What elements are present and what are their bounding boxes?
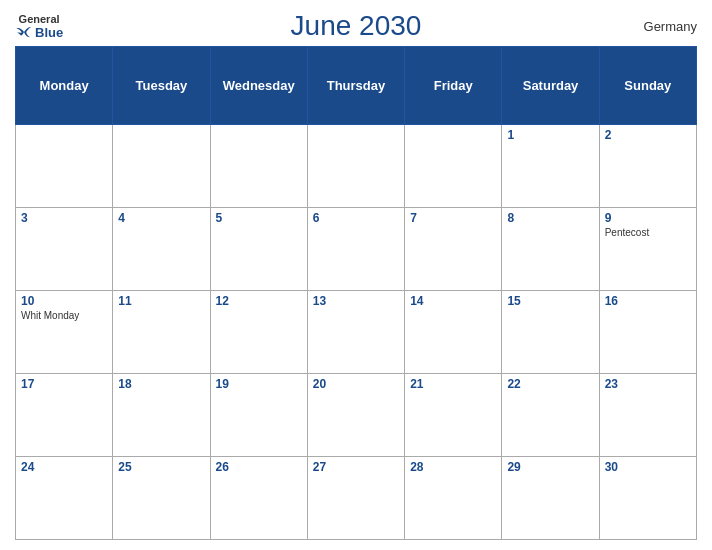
day-number: 7 — [410, 211, 496, 225]
calendar-cell: 21 — [405, 374, 502, 457]
calendar-cell: 2 — [599, 125, 696, 208]
week-row-2: 3456789Pentecost — [16, 208, 697, 291]
weekday-header-row: MondayTuesdayWednesdayThursdayFridaySatu… — [16, 47, 697, 125]
day-number: 22 — [507, 377, 593, 391]
calendar-cell: 16 — [599, 291, 696, 374]
day-number: 17 — [21, 377, 107, 391]
day-number: 20 — [313, 377, 399, 391]
calendar-cell: 8 — [502, 208, 599, 291]
day-number: 5 — [216, 211, 302, 225]
day-number: 16 — [605, 294, 691, 308]
day-number: 8 — [507, 211, 593, 225]
day-number: 2 — [605, 128, 691, 142]
day-number: 3 — [21, 211, 107, 225]
calendar-cell: 15 — [502, 291, 599, 374]
calendar-cell: 26 — [210, 457, 307, 540]
logo: General Blue — [15, 13, 63, 40]
calendar-header: General Blue June 2030 Germany — [15, 10, 697, 42]
calendar-cell: 23 — [599, 374, 696, 457]
calendar-cell: 17 — [16, 374, 113, 457]
weekday-header-friday: Friday — [405, 47, 502, 125]
day-number: 6 — [313, 211, 399, 225]
day-number: 4 — [118, 211, 204, 225]
country-label: Germany — [644, 19, 697, 34]
holiday-name: Pentecost — [605, 227, 691, 238]
calendar-cell: 13 — [307, 291, 404, 374]
weekday-header-thursday: Thursday — [307, 47, 404, 125]
calendar-cell — [113, 125, 210, 208]
day-number: 18 — [118, 377, 204, 391]
calendar-cell: 22 — [502, 374, 599, 457]
day-number: 27 — [313, 460, 399, 474]
calendar-cell: 11 — [113, 291, 210, 374]
calendar-table: MondayTuesdayWednesdayThursdayFridaySatu… — [15, 46, 697, 540]
calendar-cell: 10Whit Monday — [16, 291, 113, 374]
calendar-cell: 7 — [405, 208, 502, 291]
calendar-cell: 6 — [307, 208, 404, 291]
calendar-cell: 18 — [113, 374, 210, 457]
calendar-cell: 24 — [16, 457, 113, 540]
weekday-header-saturday: Saturday — [502, 47, 599, 125]
day-number: 13 — [313, 294, 399, 308]
day-number: 25 — [118, 460, 204, 474]
weekday-header-tuesday: Tuesday — [113, 47, 210, 125]
week-row-1: 12 — [16, 125, 697, 208]
calendar-title: June 2030 — [291, 10, 422, 42]
weekday-header-sunday: Sunday — [599, 47, 696, 125]
day-number: 12 — [216, 294, 302, 308]
weekday-header-monday: Monday — [16, 47, 113, 125]
week-row-5: 24252627282930 — [16, 457, 697, 540]
calendar-cell: 14 — [405, 291, 502, 374]
calendar-cell — [405, 125, 502, 208]
day-number: 24 — [21, 460, 107, 474]
day-number: 29 — [507, 460, 593, 474]
calendar-cell: 27 — [307, 457, 404, 540]
calendar-cell: 25 — [113, 457, 210, 540]
calendar-cell: 28 — [405, 457, 502, 540]
calendar-cell — [210, 125, 307, 208]
calendar-cell: 4 — [113, 208, 210, 291]
day-number: 10 — [21, 294, 107, 308]
calendar-cell — [16, 125, 113, 208]
calendar-cell: 19 — [210, 374, 307, 457]
day-number: 23 — [605, 377, 691, 391]
day-number: 15 — [507, 294, 593, 308]
logo-blue: Blue — [15, 25, 63, 40]
day-number: 11 — [118, 294, 204, 308]
calendar-cell: 20 — [307, 374, 404, 457]
calendar-cell: 29 — [502, 457, 599, 540]
day-number: 19 — [216, 377, 302, 391]
day-number: 26 — [216, 460, 302, 474]
calendar-cell: 9Pentecost — [599, 208, 696, 291]
day-number: 14 — [410, 294, 496, 308]
calendar-cell: 12 — [210, 291, 307, 374]
week-row-4: 17181920212223 — [16, 374, 697, 457]
week-row-3: 10Whit Monday111213141516 — [16, 291, 697, 374]
day-number: 1 — [507, 128, 593, 142]
day-number: 21 — [410, 377, 496, 391]
calendar-cell: 5 — [210, 208, 307, 291]
calendar-cell: 3 — [16, 208, 113, 291]
day-number: 30 — [605, 460, 691, 474]
calendar-cell: 30 — [599, 457, 696, 540]
day-number: 9 — [605, 211, 691, 225]
calendar-cell — [307, 125, 404, 208]
weekday-header-wednesday: Wednesday — [210, 47, 307, 125]
logo-bird-icon — [15, 25, 33, 39]
logo-general: General — [19, 13, 60, 25]
day-number: 28 — [410, 460, 496, 474]
holiday-name: Whit Monday — [21, 310, 107, 321]
calendar-cell: 1 — [502, 125, 599, 208]
